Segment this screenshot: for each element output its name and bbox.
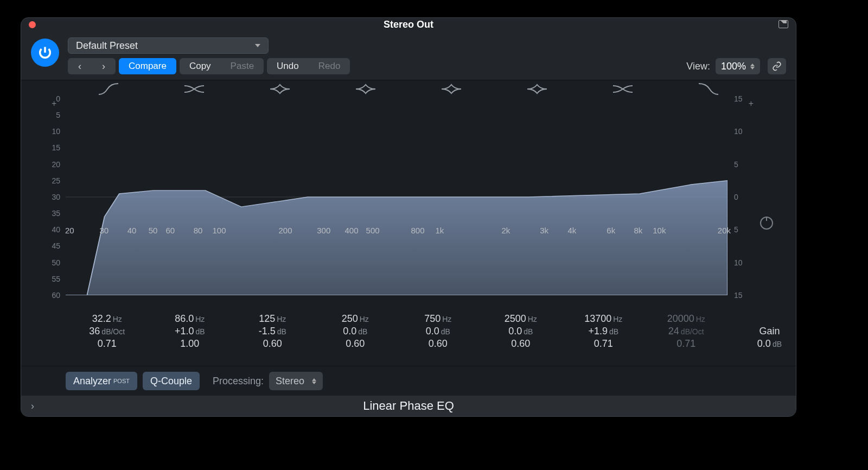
chevron-down-icon bbox=[255, 44, 260, 47]
y-axis-right: 15105051015 bbox=[734, 99, 748, 295]
band-gain[interactable]: 36dB/Oct bbox=[66, 326, 149, 337]
q-couple-button[interactable]: Q-Couple bbox=[143, 372, 200, 390]
band-freq[interactable]: 86.0Hz bbox=[149, 313, 232, 325]
band-3: 250Hz0.0dB0.60 bbox=[314, 312, 397, 351]
band-6: 13700Hz+1.9dB0.71 bbox=[562, 312, 645, 351]
power-button[interactable] bbox=[31, 39, 59, 67]
x-axis: 2030405060801002003004005008001k2k3k4k6k… bbox=[66, 226, 727, 236]
expand-icon[interactable] bbox=[778, 20, 788, 28]
preset-select[interactable]: Default Preset bbox=[68, 37, 269, 54]
view-label: View: bbox=[686, 61, 710, 72]
band-params: 32.2Hz36dB/Oct0.7186.0Hz+1.0dB1.00125Hz-… bbox=[66, 312, 727, 351]
paste-button[interactable]: Paste bbox=[221, 58, 264, 74]
band-0: 32.2Hz36dB/Oct0.71 bbox=[66, 312, 149, 351]
undo-button[interactable]: Undo bbox=[267, 58, 309, 74]
band-shape-5[interactable] bbox=[494, 82, 580, 96]
link-button[interactable] bbox=[768, 58, 786, 74]
plugin-name: Linear Phase EQ bbox=[21, 399, 796, 413]
window-title: Stereo Out bbox=[384, 19, 433, 30]
band-q[interactable]: 0.60 bbox=[314, 338, 397, 350]
band-q[interactable]: 0.60 bbox=[397, 338, 480, 350]
view-zoom[interactable]: 100% bbox=[716, 58, 760, 74]
band-freq[interactable]: 32.2Hz bbox=[66, 313, 149, 325]
band-freq[interactable]: 13700Hz bbox=[562, 313, 645, 325]
band-shape-2[interactable] bbox=[237, 82, 323, 96]
band-q[interactable]: 0.60 bbox=[480, 338, 563, 350]
band-q[interactable]: 0.71 bbox=[66, 338, 149, 350]
redo-button[interactable]: Redo bbox=[309, 58, 350, 74]
band-gain[interactable]: -1.5dB bbox=[231, 326, 314, 337]
band-q[interactable]: 0.60 bbox=[231, 338, 314, 350]
processing-label: Processing: bbox=[213, 376, 264, 387]
band-shape-0[interactable] bbox=[66, 82, 151, 96]
band-gain[interactable]: 0.0dB bbox=[480, 326, 563, 337]
close-icon[interactable] bbox=[29, 21, 36, 28]
eq-area: + 051015202530354045505560 + 15105051015… bbox=[21, 80, 796, 366]
band-5: 2500Hz0.0dB0.60 bbox=[480, 312, 563, 351]
band-shape-row bbox=[66, 82, 751, 96]
analyzer-button[interactable]: AnalyzerPOST bbox=[66, 372, 137, 390]
prev-button[interactable]: ‹ bbox=[68, 58, 92, 74]
band-freq[interactable]: 250Hz bbox=[314, 313, 397, 325]
band-gain[interactable]: 24dB/Oct bbox=[645, 326, 728, 337]
band-4: 750Hz0.0dB0.60 bbox=[397, 312, 480, 351]
bottom-bar: › Linear Phase EQ bbox=[21, 396, 796, 416]
band-1: 86.0Hz+1.0dB1.00 bbox=[149, 312, 232, 351]
band-gain[interactable]: 0.0dB bbox=[314, 326, 397, 337]
band-freq[interactable]: 125Hz bbox=[231, 313, 314, 325]
link-icon bbox=[772, 61, 782, 71]
gain-knob[interactable] bbox=[760, 217, 773, 230]
band-shape-3[interactable] bbox=[323, 82, 409, 96]
band-shape-7[interactable] bbox=[666, 82, 751, 96]
nav-segment: ‹ › bbox=[68, 58, 116, 74]
band-gain[interactable]: +1.9dB bbox=[562, 326, 645, 337]
band-gain[interactable]: 0.0dB bbox=[397, 326, 480, 337]
band-q[interactable]: 1.00 bbox=[149, 338, 232, 350]
band-shape-4[interactable] bbox=[409, 82, 494, 96]
band-freq[interactable]: 2500Hz bbox=[480, 313, 563, 325]
band-freq[interactable]: 750Hz bbox=[397, 313, 480, 325]
stepper-icon bbox=[750, 63, 755, 69]
power-icon bbox=[37, 45, 53, 60]
band-shape-6[interactable] bbox=[580, 82, 666, 96]
gain-value[interactable]: 0.0 bbox=[757, 338, 771, 349]
band-7: 20000Hz24dB/Oct0.71 bbox=[645, 312, 728, 351]
band-freq[interactable]: 20000Hz bbox=[645, 313, 728, 325]
band-q[interactable]: 0.71 bbox=[645, 338, 728, 350]
eq-graph[interactable] bbox=[66, 99, 727, 295]
copy-button[interactable]: Copy bbox=[180, 58, 221, 74]
title-bar: Stereo Out bbox=[21, 18, 796, 31]
band-gain[interactable]: +1.0dB bbox=[149, 326, 232, 337]
processing-select[interactable]: Stereo bbox=[269, 372, 323, 390]
band-shape-1[interactable] bbox=[151, 82, 237, 96]
header: Default Preset ‹ › Compare Copy Paste Un… bbox=[21, 31, 796, 80]
view-value: 100% bbox=[721, 61, 746, 72]
plus-right: + bbox=[749, 99, 754, 109]
preset-name: Default Preset bbox=[76, 40, 138, 52]
compare-button[interactable]: Compare bbox=[119, 58, 176, 74]
plugin-window: Stereo Out Default Preset ‹ › Compare Co… bbox=[21, 17, 796, 417]
stepper-icon bbox=[312, 378, 316, 384]
gain-label: Gain bbox=[757, 326, 782, 337]
next-button[interactable]: › bbox=[92, 58, 116, 74]
gain-column: Gain 0.0dB bbox=[757, 325, 782, 351]
footer-controls: AnalyzerPOST Q-Couple Processing: Stereo bbox=[21, 366, 796, 396]
disclosure-icon[interactable]: › bbox=[31, 401, 34, 412]
band-q[interactable]: 0.71 bbox=[562, 338, 645, 350]
y-axis-left: 051015202530354045505560 bbox=[46, 99, 60, 295]
band-2: 125Hz-1.5dB0.60 bbox=[231, 312, 314, 351]
